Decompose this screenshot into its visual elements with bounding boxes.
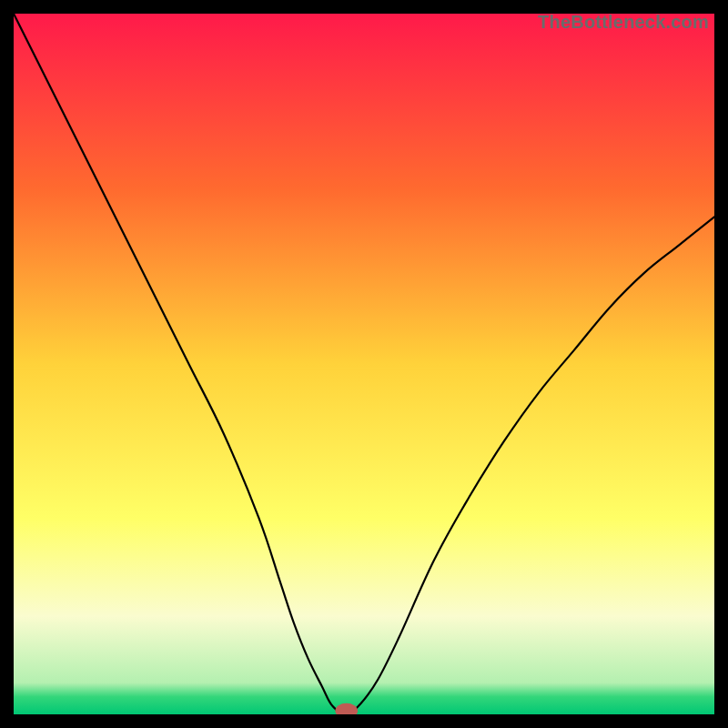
bottleneck-chart bbox=[14, 14, 714, 714]
watermark-text: TheBottleneck.com bbox=[538, 12, 709, 33]
chart-frame: TheBottleneck.com bbox=[14, 14, 714, 714]
gradient-background bbox=[14, 14, 714, 714]
